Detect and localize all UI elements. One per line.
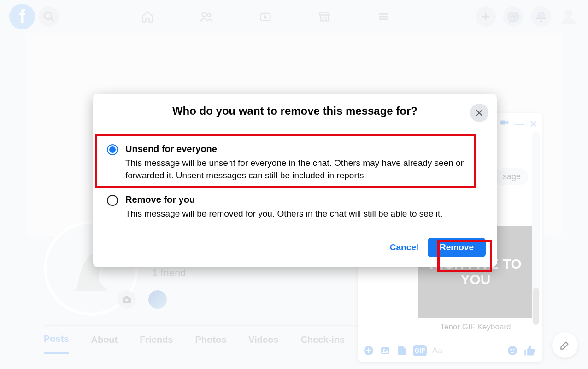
svg-point-0: [45, 12, 52, 19]
modal-footer: Cancel Remove: [93, 232, 497, 267]
friend-count: 1 friend: [152, 267, 186, 279]
svg-point-15: [383, 349, 385, 351]
bell-icon: [535, 10, 547, 23]
chat-header-actions: — ✕: [499, 117, 537, 130]
logo-letter: f: [19, 6, 25, 27]
minimize-icon[interactable]: —: [515, 118, 524, 129]
chat-scrollbar[interactable]: [532, 131, 540, 325]
svg-point-18: [513, 349, 515, 351]
emoji-icon[interactable]: [507, 345, 518, 356]
compose-icon: [559, 339, 571, 351]
camera-button[interactable]: [118, 290, 136, 309]
radio-remove-for-you[interactable]: [107, 195, 118, 206]
option-remove-for-you[interactable]: Remove for you This message will be remo…: [104, 190, 486, 228]
svg-point-17: [511, 349, 512, 351]
option-description: This message will be unsent for everyone…: [125, 157, 483, 182]
photo-icon[interactable]: [380, 345, 391, 356]
home-icon[interactable]: [141, 10, 154, 23]
chat-input-row: GIF Aa: [363, 344, 536, 357]
modal-header: Who do you want to remove this message f…: [93, 94, 497, 129]
account-avatar[interactable]: [559, 6, 579, 27]
menu-icon[interactable]: [377, 10, 390, 23]
svg-point-11: [125, 299, 128, 301]
option-title: Remove for you: [125, 194, 483, 205]
like-icon[interactable]: [523, 344, 536, 357]
svg-point-3: [207, 13, 211, 17]
close-modal-button[interactable]: [470, 104, 488, 122]
svg-rect-12: [500, 120, 506, 124]
tab-checkins[interactable]: Check-ins: [300, 334, 345, 353]
tab-posts[interactable]: Posts: [44, 334, 69, 354]
tab-friends[interactable]: Friends: [140, 334, 173, 353]
add-more-icon[interactable]: [363, 345, 374, 356]
nav-center: [59, 10, 472, 23]
svg-line-1: [51, 18, 53, 21]
search-button[interactable]: [39, 6, 59, 27]
nav-right: [472, 6, 579, 27]
tab-videos[interactable]: Videos: [248, 334, 278, 353]
svg-point-16: [508, 346, 517, 355]
modal-body: Unsend for everyone This message will be…: [93, 129, 497, 232]
top-nav: f: [0, 0, 588, 33]
radio-unsend-everyone[interactable]: [107, 144, 118, 155]
close-icon: [475, 108, 484, 117]
gif-source-label: Tenor GIF Keyboard: [418, 322, 533, 332]
gif-icon[interactable]: GIF: [413, 345, 427, 356]
search-icon: [42, 10, 55, 23]
marketplace-icon[interactable]: [318, 10, 331, 23]
avatar-icon: [559, 7, 578, 26]
facebook-logo[interactable]: f: [9, 4, 35, 29]
messenger-button[interactable]: [503, 6, 523, 27]
cancel-button[interactable]: Cancel: [390, 242, 418, 252]
story-bubble[interactable]: [148, 290, 167, 309]
option-content: Unsend for everyone This message will be…: [125, 144, 483, 182]
option-description: This message will be removed for you. Ot…: [125, 208, 483, 220]
tab-about[interactable]: About: [91, 334, 118, 353]
notifications-button[interactable]: [531, 6, 551, 27]
option-content: Remove for you This message will be remo…: [125, 194, 483, 220]
close-chat-icon[interactable]: ✕: [529, 118, 537, 129]
friends-icon[interactable]: [200, 10, 213, 23]
message-bubble: sage: [495, 168, 528, 185]
create-button[interactable]: [476, 6, 496, 27]
new-message-button[interactable]: [552, 332, 578, 358]
camera-icon: [122, 294, 132, 305]
plus-icon: [479, 10, 492, 23]
svg-point-10: [565, 10, 573, 18]
profile-tabs: Posts About Friends Photos Videos Check-…: [44, 334, 396, 354]
svg-point-2: [202, 12, 206, 17]
watch-icon[interactable]: [259, 10, 272, 23]
sticker-icon[interactable]: [396, 345, 407, 356]
option-title: Unsend for everyone: [125, 144, 483, 154]
remove-button[interactable]: Remove: [428, 238, 486, 257]
video-call-icon[interactable]: [499, 117, 509, 130]
remove-message-modal: Who do you want to remove this message f…: [93, 94, 497, 267]
modal-title: Who do you want to remove this message f…: [121, 105, 469, 117]
chat-input[interactable]: Aa: [432, 346, 501, 356]
tab-photos[interactable]: Photos: [195, 334, 226, 353]
scrollbar-thumb[interactable]: [533, 288, 539, 325]
messenger-icon: [507, 10, 520, 23]
option-unsend-everyone[interactable]: Unsend for everyone This message will be…: [104, 139, 486, 190]
